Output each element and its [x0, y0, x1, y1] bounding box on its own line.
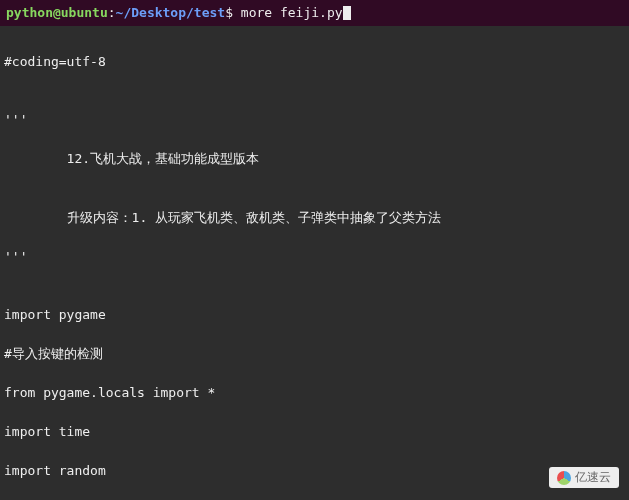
code-line: ''' — [4, 247, 625, 267]
file-content: #coding=utf-8 ''' 12.飞机大战，基础功能成型版本 升级内容：… — [0, 26, 629, 500]
terminal-prompt-bar: python@ubuntu:~/Desktop/test$ more feiji… — [0, 0, 629, 26]
code-line: import pygame — [4, 305, 625, 325]
code-line: #coding=utf-8 — [4, 52, 625, 72]
prompt-user-host: python@ubuntu — [6, 5, 108, 20]
code-line: ''' — [4, 110, 625, 130]
watermark-badge: 亿速云 — [549, 467, 619, 488]
prompt-dollar: $ — [225, 5, 241, 20]
watermark-logo-icon — [557, 471, 571, 485]
prompt-command: more feiji.py — [241, 5, 343, 20]
code-line: import time — [4, 422, 625, 442]
code-line: from pygame.locals import * — [4, 383, 625, 403]
terminal-cursor — [343, 6, 351, 20]
code-line: import random — [4, 461, 625, 481]
code-line: 12.飞机大战，基础功能成型版本 — [4, 149, 625, 169]
code-line: #导入按键的检测 — [4, 344, 625, 364]
watermark-text: 亿速云 — [575, 469, 611, 486]
terminal-window[interactable]: python@ubuntu:~/Desktop/test$ more feiji… — [0, 0, 629, 500]
prompt-path: ~/Desktop/test — [116, 5, 226, 20]
prompt-colon: : — [108, 5, 116, 20]
code-line: 升级内容：1. 从玩家飞机类、敌机类、子弹类中抽象了父类方法 — [4, 208, 625, 228]
